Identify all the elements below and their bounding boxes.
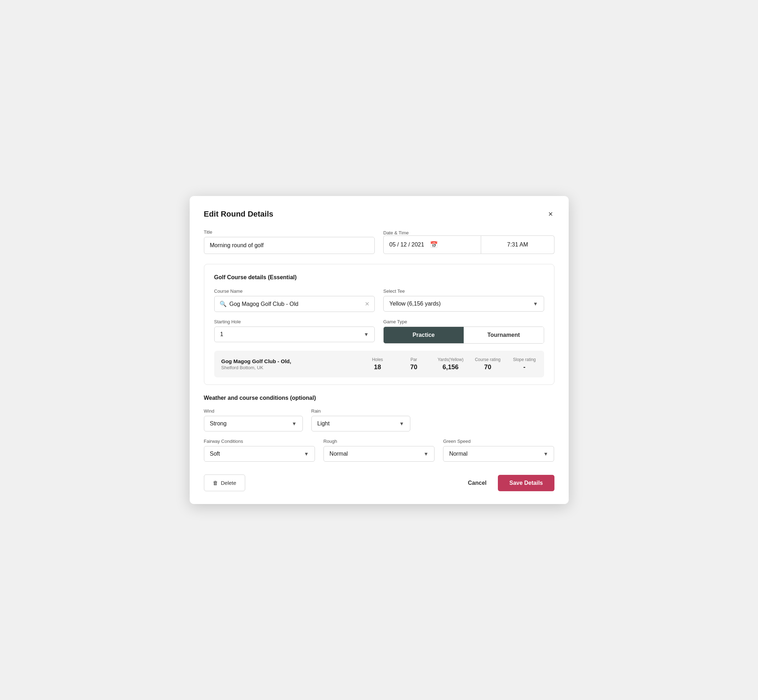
save-button[interactable]: Save Details <box>498 475 554 491</box>
modal-title: Edit Round Details <box>204 209 274 219</box>
golf-course-section: Golf Course details (Essential) Course N… <box>204 264 554 385</box>
chevron-down-icon: ▼ <box>292 421 297 427</box>
date-value: 05 / 12 / 2021 <box>389 242 424 248</box>
fairway-rough-green-row: Fairway Conditions Soft ▼ Rough Normal ▼… <box>204 439 554 462</box>
delete-label: Delete <box>221 480 236 486</box>
game-type-label: Game Type <box>383 319 544 324</box>
par-stat: Par 70 <box>401 357 426 371</box>
rain-value: Light <box>318 420 330 427</box>
rough-dropdown[interactable]: Normal ▼ <box>324 446 434 462</box>
course-info-name-group: Gog Magog Golf Club - Old, Shelford Bott… <box>221 358 354 370</box>
chevron-down-icon: ▼ <box>304 451 309 457</box>
starting-hole-label: Starting Hole <box>214 319 375 324</box>
clear-icon[interactable]: ✕ <box>365 300 370 307</box>
close-button[interactable]: × <box>547 209 554 219</box>
rough-value: Normal <box>329 451 348 457</box>
time-value: 7:31 AM <box>507 242 528 248</box>
wind-dropdown[interactable]: Strong ▼ <box>204 416 303 431</box>
cancel-button[interactable]: Cancel <box>465 475 489 491</box>
title-input[interactable] <box>204 237 375 254</box>
game-type-group: Game Type Practice Tournament <box>383 319 544 344</box>
chevron-down-icon: ▼ <box>423 451 429 457</box>
wind-rain-row: Wind Strong ▼ Rain Light ▼ <box>204 408 410 431</box>
yards-stat: Yards(Yellow) 6,156 <box>438 357 464 371</box>
course-info-location: Shelford Bottom, UK <box>221 365 354 370</box>
game-type-toggle: Practice Tournament <box>383 327 544 344</box>
chevron-down-icon: ▼ <box>533 301 538 306</box>
wind-value: Strong <box>210 420 227 427</box>
rough-label: Rough <box>324 439 434 444</box>
yards-value: 6,156 <box>443 364 459 371</box>
course-name-value: Gog Magog Golf Club - Old <box>230 301 362 307</box>
edit-round-modal: Edit Round Details × Title Date & Time 0… <box>190 196 568 504</box>
weather-section-title: Weather and course conditions (optional) <box>204 395 554 401</box>
golf-section-title: Golf Course details (Essential) <box>214 274 544 281</box>
rain-group: Rain Light ▼ <box>312 408 410 431</box>
course-rating-label: Course rating <box>475 357 500 362</box>
slope-rating-value: - <box>523 364 526 371</box>
chevron-down-icon: ▼ <box>543 451 548 457</box>
green-speed-value: Normal <box>449 451 468 457</box>
chevron-down-icon: ▼ <box>399 421 404 427</box>
chevron-down-icon: ▼ <box>364 331 369 337</box>
fairway-dropdown[interactable]: Soft ▼ <box>204 446 315 462</box>
fairway-label: Fairway Conditions <box>204 439 315 444</box>
select-tee-dropdown[interactable]: Yellow (6,156 yards) ▼ <box>383 296 544 312</box>
calendar-icon: 📅 <box>430 241 438 248</box>
green-speed-dropdown[interactable]: Normal ▼ <box>443 446 554 462</box>
yards-label: Yards(Yellow) <box>438 357 464 362</box>
par-value: 70 <box>410 364 417 371</box>
par-label: Par <box>410 357 417 362</box>
time-input[interactable]: 7:31 AM <box>481 236 554 254</box>
date-input[interactable]: 05 / 12 / 2021 📅 <box>383 236 481 254</box>
wind-label: Wind <box>204 408 303 414</box>
green-speed-group: Green Speed Normal ▼ <box>443 439 554 462</box>
wind-group: Wind Strong ▼ <box>204 408 303 431</box>
top-row: Title Date & Time 05 / 12 / 2021 📅 7:31 … <box>204 230 554 254</box>
course-rating-stat: Course rating 70 <box>475 357 500 371</box>
holes-value: 18 <box>374 364 381 371</box>
course-info-name: Gog Magog Golf Club - Old, <box>221 358 354 364</box>
course-name-label: Course Name <box>214 289 375 294</box>
search-icon: 🔍 <box>219 300 227 307</box>
footer-row: 🗑 Delete Cancel Save Details <box>204 472 554 491</box>
hole-gametype-row: Starting Hole 1 ▼ Game Type Practice Tou… <box>214 319 544 344</box>
starting-hole-value: 1 <box>220 331 224 338</box>
slope-rating-label: Slope rating <box>513 357 536 362</box>
title-label: Title <box>204 230 375 235</box>
holes-label: Holes <box>372 357 383 362</box>
modal-header: Edit Round Details × <box>204 209 554 219</box>
trash-icon: 🗑 <box>213 480 218 486</box>
course-name-group: Course Name 🔍 Gog Magog Golf Club - Old … <box>214 289 375 312</box>
select-tee-group: Select Tee Yellow (6,156 yards) ▼ <box>383 289 544 312</box>
footer-right: Cancel Save Details <box>465 475 554 491</box>
datetime-field-group: Date & Time 05 / 12 / 2021 📅 7:31 AM <box>383 230 554 254</box>
delete-button[interactable]: 🗑 Delete <box>204 475 245 491</box>
rain-dropdown[interactable]: Light ▼ <box>312 416 410 431</box>
green-speed-label: Green Speed <box>443 439 554 444</box>
fairway-group: Fairway Conditions Soft ▼ <box>204 439 315 462</box>
course-name-input[interactable]: 🔍 Gog Magog Golf Club - Old ✕ <box>214 296 375 312</box>
holes-stat: Holes 18 <box>365 357 390 371</box>
rough-group: Rough Normal ▼ <box>324 439 434 462</box>
course-info-bar: Gog Magog Golf Club - Old, Shelford Bott… <box>214 351 544 377</box>
course-rating-value: 70 <box>484 364 491 371</box>
starting-hole-group: Starting Hole 1 ▼ <box>214 319 375 344</box>
select-tee-label: Select Tee <box>383 289 544 294</box>
starting-hole-dropdown[interactable]: 1 ▼ <box>214 327 375 342</box>
fairway-value: Soft <box>210 451 220 457</box>
title-field-group: Title <box>204 230 375 254</box>
datetime-label: Date & Time <box>383 230 554 236</box>
select-tee-value: Yellow (6,156 yards) <box>389 300 440 307</box>
weather-section: Weather and course conditions (optional)… <box>204 395 554 462</box>
tournament-button[interactable]: Tournament <box>464 327 544 343</box>
course-tee-row: Course Name 🔍 Gog Magog Golf Club - Old … <box>214 289 544 312</box>
rain-label: Rain <box>312 408 410 414</box>
practice-button[interactable]: Practice <box>384 327 464 343</box>
slope-rating-stat: Slope rating - <box>512 357 537 371</box>
